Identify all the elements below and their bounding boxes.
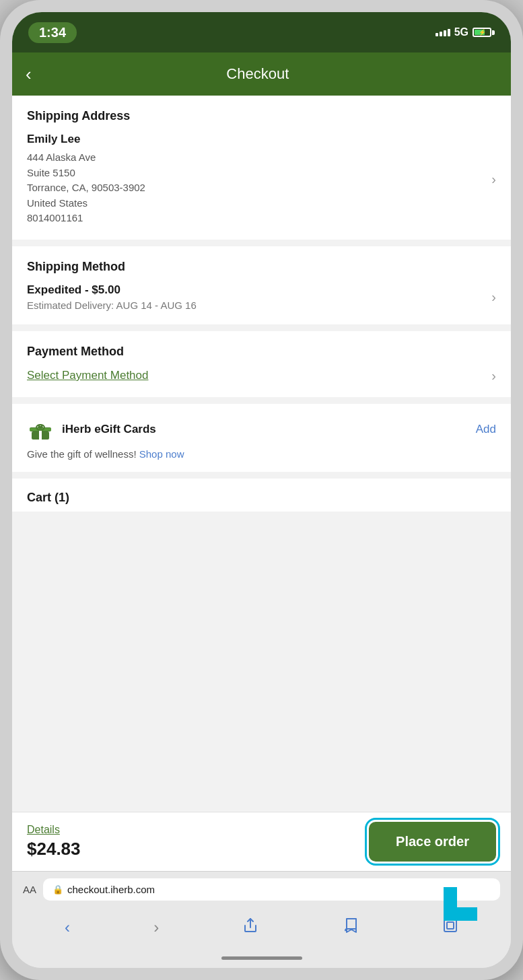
status-bar: 1:34 5G ⚡ bbox=[12, 12, 511, 53]
signal-bars bbox=[435, 29, 450, 36]
battery-icon: ⚡ bbox=[473, 28, 495, 37]
shipping-method-section: Shipping Method Expedited - $5.00 Estima… bbox=[12, 246, 511, 324]
shipping-method-row[interactable]: Expedited - $5.00 Estimated Delivery: AU… bbox=[27, 283, 496, 311]
address-line2: Suite 5150 bbox=[27, 166, 491, 181]
details-section: Details $24.83 bbox=[27, 824, 81, 860]
home-bar bbox=[221, 956, 302, 960]
shipping-method-title: Shipping Method bbox=[27, 260, 496, 274]
signal-bar-4 bbox=[448, 29, 450, 36]
blue-arrow bbox=[444, 860, 504, 921]
browser-back-button[interactable]: ‹ bbox=[65, 918, 70, 937]
bookmarks-icon[interactable] bbox=[343, 917, 359, 938]
shipping-address-content: Emily Lee 444 Alaska Ave Suite 5150 Torr… bbox=[27, 133, 491, 226]
battery-body: ⚡ bbox=[473, 28, 491, 37]
cart-title: Cart (1) bbox=[27, 491, 496, 505]
egift-add-button[interactable]: Add bbox=[476, 423, 496, 436]
bottom-nav: ‹ › bbox=[12, 907, 511, 948]
nav-header: ‹ Checkout bbox=[12, 53, 511, 96]
address-phone: 8014001161 bbox=[27, 211, 491, 226]
shipping-chevron: › bbox=[491, 289, 496, 305]
svg-rect-5 bbox=[39, 426, 42, 429]
browser-url: checkout.iherb.com bbox=[67, 884, 155, 895]
back-button[interactable]: ‹ bbox=[26, 64, 32, 85]
status-icons: 5G ⚡ bbox=[435, 26, 495, 38]
payment-method-section: Payment Method Select Payment Method › bbox=[12, 331, 511, 397]
lock-icon: 🔒 bbox=[53, 884, 63, 895]
network-type: 5G bbox=[454, 26, 468, 38]
share-icon[interactable] bbox=[242, 917, 258, 938]
details-link[interactable]: Details bbox=[27, 824, 81, 836]
browser-aa[interactable]: AA bbox=[23, 884, 36, 895]
signal-bar-2 bbox=[440, 32, 442, 36]
shipping-address-title: Shipping Address bbox=[27, 109, 496, 123]
gift-icon bbox=[27, 416, 54, 443]
browser-bar: AA 🔒 checkout.iherb.com bbox=[12, 871, 511, 907]
cart-section: Cart (1) bbox=[12, 479, 511, 512]
bottom-bar: Details $24.83 Place order bbox=[12, 812, 511, 871]
egift-section: iHerb eGift Cards Add Give the gift of w… bbox=[12, 404, 511, 472]
shipping-address-row[interactable]: Emily Lee 444 Alaska Ave Suite 5150 Torr… bbox=[27, 133, 496, 226]
svg-rect-8 bbox=[447, 922, 454, 929]
address-line3: Torrance, CA, 90503-3902 bbox=[27, 180, 491, 196]
select-payment-link[interactable]: Select Payment Method bbox=[27, 369, 148, 382]
signal-bar-1 bbox=[435, 33, 438, 36]
payment-method-row[interactable]: Select Payment Method › bbox=[27, 368, 496, 384]
browser-forward-button[interactable]: › bbox=[153, 918, 159, 937]
total-price: $24.83 bbox=[27, 839, 81, 859]
signal-bar-3 bbox=[444, 30, 446, 36]
page-title: Checkout bbox=[45, 65, 470, 83]
egift-header: iHerb eGift Cards Add bbox=[27, 416, 496, 443]
shipping-name: Emily Lee bbox=[27, 133, 491, 146]
place-order-button[interactable]: Place order bbox=[369, 822, 496, 862]
status-time: 1:34 bbox=[28, 22, 77, 43]
svg-marker-9 bbox=[444, 860, 504, 921]
home-indicator bbox=[12, 948, 511, 968]
phone-inner: 1:34 5G ⚡ ‹ bbox=[12, 12, 511, 968]
payment-chevron: › bbox=[491, 368, 496, 384]
main-content: Shipping Address Emily Lee 444 Alaska Av… bbox=[12, 96, 511, 812]
payment-method-title: Payment Method bbox=[27, 345, 496, 359]
browser-url-bar[interactable]: 🔒 checkout.iherb.com bbox=[43, 878, 500, 901]
battery-tip bbox=[492, 30, 495, 35]
egift-left: iHerb eGift Cards bbox=[27, 416, 156, 443]
shop-now-link[interactable]: Shop now bbox=[139, 448, 184, 460]
svg-rect-7 bbox=[444, 919, 456, 932]
egift-desc-text: Give the gift of wellness! bbox=[27, 448, 137, 460]
address-line1: 444 Alaska Ave bbox=[27, 150, 491, 166]
address-chevron: › bbox=[491, 172, 496, 187]
egift-title: iHerb eGift Cards bbox=[62, 423, 156, 436]
shipping-address-section: Shipping Address Emily Lee 444 Alaska Av… bbox=[12, 96, 511, 240]
egift-description: Give the gift of wellness! Shop now bbox=[27, 448, 496, 460]
phone-frame: 1:34 5G ⚡ ‹ bbox=[0, 0, 523, 980]
shipping-method-name: Expedited - $5.00 bbox=[27, 283, 491, 297]
delivery-estimate: Estimated Delivery: AUG 14 - AUG 16 bbox=[27, 300, 491, 311]
battery-bolt: ⚡ bbox=[479, 29, 486, 36]
address-line4: United States bbox=[27, 196, 491, 211]
shipping-method-content: Expedited - $5.00 Estimated Delivery: AU… bbox=[27, 283, 491, 311]
